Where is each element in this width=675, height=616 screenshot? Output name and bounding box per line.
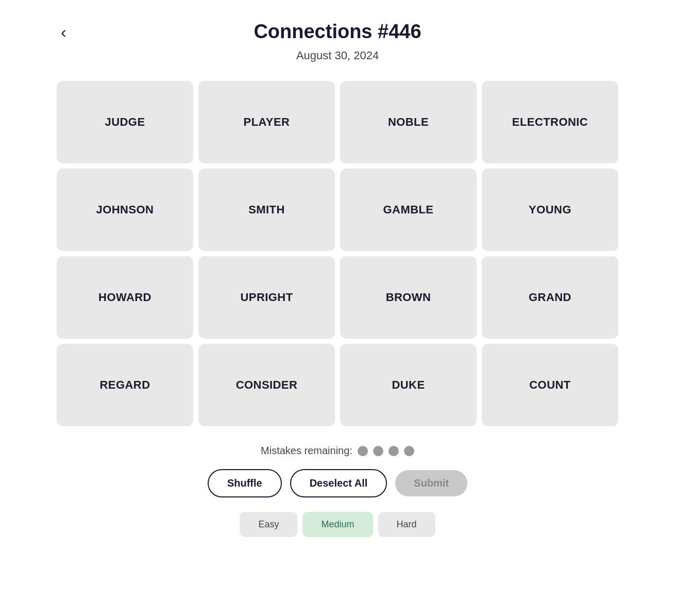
tile-regard[interactable]: REGARD — [57, 344, 193, 426]
tile-label-player: PLAYER — [244, 115, 290, 129]
tile-duke[interactable]: DUKE — [340, 344, 477, 426]
tile-label-regard: REGARD — [100, 378, 150, 392]
tile-label-consider: CONSIDER — [236, 378, 298, 392]
tile-count[interactable]: COUNT — [482, 344, 618, 426]
tile-smith[interactable]: SMITH — [198, 169, 335, 251]
difficulty-button-medium[interactable]: Medium — [302, 512, 373, 537]
tile-electronic[interactable]: ELECTRONIC — [482, 81, 618, 163]
tile-consider[interactable]: CONSIDER — [198, 344, 335, 426]
mistakes-row: Mistakes remaining: — [261, 445, 414, 457]
header: ‹ Connections #446 — [57, 21, 618, 43]
tile-upright[interactable]: UPRIGHT — [198, 256, 335, 339]
mistake-dot-1 — [358, 446, 368, 456]
mistakes-dots — [358, 446, 414, 456]
tile-johnson[interactable]: JOHNSON — [57, 169, 193, 251]
subtitle: August 30, 2024 — [296, 49, 379, 62]
tile-label-smith: SMITH — [248, 203, 285, 217]
tile-grand[interactable]: GRAND — [482, 256, 618, 339]
mistake-dot-4 — [404, 446, 414, 456]
tile-label-electronic: ELECTRONIC — [512, 115, 588, 129]
shuffle-button[interactable]: Shuffle — [208, 469, 282, 497]
tile-label-upright: UPRIGHT — [240, 291, 293, 304]
tile-player[interactable]: PLAYER — [198, 81, 335, 163]
tile-label-brown: BROWN — [386, 291, 431, 304]
mistake-dot-2 — [373, 446, 383, 456]
difficulty-button-easy[interactable]: Easy — [240, 512, 297, 537]
submit-button: Submit — [395, 470, 467, 496]
tile-label-young: YOUNG — [529, 203, 571, 217]
back-button[interactable]: ‹ — [57, 22, 71, 42]
difficulty-button-hard[interactable]: Hard — [378, 512, 435, 537]
tile-howard[interactable]: HOWARD — [57, 256, 193, 339]
tile-gamble[interactable]: GAMBLE — [340, 169, 477, 251]
tile-young[interactable]: YOUNG — [482, 169, 618, 251]
actions-row: Shuffle Deselect All Submit — [208, 469, 467, 497]
tile-brown[interactable]: BROWN — [340, 256, 477, 339]
mistake-dot-3 — [389, 446, 399, 456]
tile-label-noble: NOBLE — [388, 115, 429, 129]
tile-judge[interactable]: JUDGE — [57, 81, 193, 163]
tile-label-count: COUNT — [529, 378, 570, 392]
mistakes-label: Mistakes remaining: — [261, 445, 352, 457]
tile-noble[interactable]: NOBLE — [340, 81, 477, 163]
difficulty-row: EasyMediumHard — [240, 512, 435, 537]
deselect-all-button[interactable]: Deselect All — [290, 469, 387, 497]
tile-label-grand: GRAND — [529, 291, 571, 304]
word-grid: JUDGEPLAYERNOBLEELECTRONICJOHNSONSMITHGA… — [57, 81, 618, 426]
tile-label-johnson: JOHNSON — [96, 203, 154, 217]
tile-label-howard: HOWARD — [98, 291, 151, 304]
tile-label-duke: DUKE — [392, 378, 425, 392]
page-title: Connections #446 — [254, 21, 421, 43]
app-container: ‹ Connections #446 August 30, 2024 JUDGE… — [46, 0, 629, 558]
tile-label-gamble: GAMBLE — [383, 203, 434, 217]
tile-label-judge: JUDGE — [105, 115, 145, 129]
